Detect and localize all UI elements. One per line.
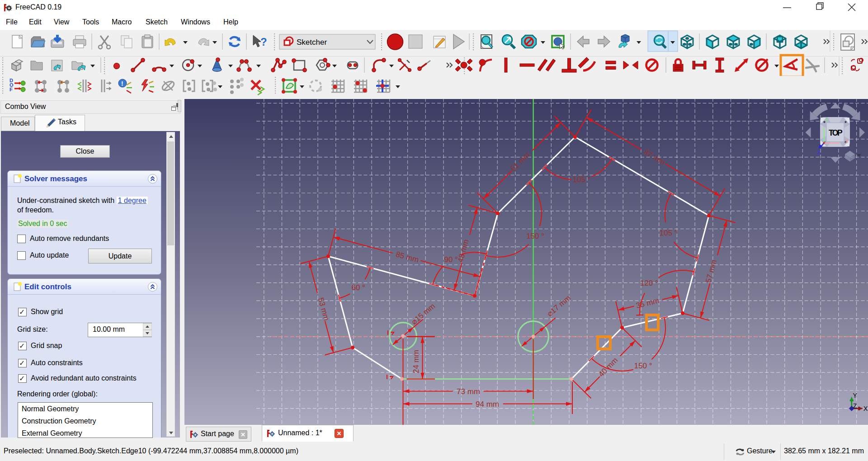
svg-text:Y: Y [853,392,858,399]
svg-text:?: ? [260,36,267,48]
svg-text:Z: Z [817,149,821,155]
svg-text:X: X [845,138,849,145]
svg-text:24 mm: 24 mm [412,350,420,373]
svg-text:60 °: 60 ° [351,283,365,292]
svg-text:90 °: 90 ° [444,255,458,264]
svg-text:Sketcher: Sketcher [297,38,327,47]
svg-text:150 °: 150 ° [634,362,652,370]
svg-text:TOP: TOP [829,128,843,137]
svg-text:!: ! [121,80,123,87]
svg-text:150 °: 150 ° [526,232,544,240]
svg-text:X: X [863,405,868,412]
svg-text:Z: Z [853,402,857,409]
svg-text:73 mm: 73 mm [457,387,480,396]
svg-text:94 mm: 94 mm [476,400,499,409]
svg-text:105 °: 105 ° [573,175,591,184]
svg-text:105 °: 105 ° [660,229,678,237]
svg-text:120 °: 120 ° [640,279,658,287]
svg-text:Y: Y [825,118,829,124]
svg-text:F: F [9,87,13,92]
